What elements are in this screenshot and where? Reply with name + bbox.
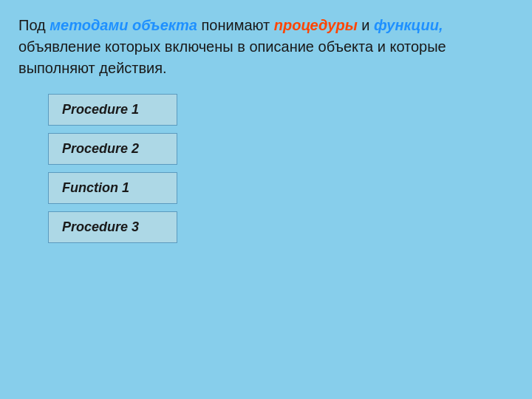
intro-paragraph: Под методами объекта понимают процедуры … (18, 15, 514, 79)
intro-middle1: понимают (197, 17, 274, 33)
list-item: Function 1 (48, 172, 177, 204)
list-item: Procedure 3 (48, 211, 177, 243)
intro-middle2: и (358, 17, 374, 33)
term-methods: методами объекта (50, 17, 197, 33)
term-procedures: процедуры (274, 17, 358, 33)
list-item: Procedure 1 (48, 94, 177, 126)
page-container: Под методами объекта понимают процедуры … (0, 0, 532, 399)
items-list: Procedure 1 Procedure 2 Function 1 Proce… (48, 94, 514, 243)
list-item: Procedure 2 (48, 133, 177, 165)
intro-suffix: объявление которых включены в описание о… (18, 38, 446, 76)
intro-prefix: Под (18, 17, 50, 33)
term-functions: функции, (374, 17, 443, 33)
